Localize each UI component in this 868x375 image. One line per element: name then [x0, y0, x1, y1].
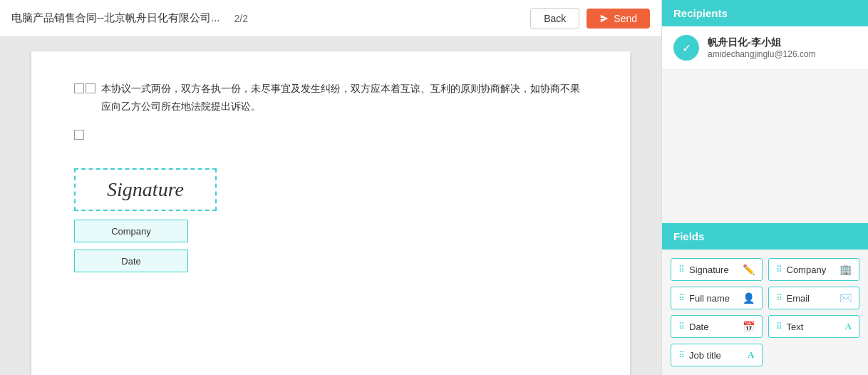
doc-paragraph-text: 本协议一式两份，双方各执一份，未尽事宜及发生纠纷，双方应本着互谅、互利的原则协商… [101, 80, 587, 115]
fields-header: Fields [662, 223, 868, 250]
field-label-text: Text [787, 322, 804, 332]
field-fullname[interactable]: ⠿ Full name 👤 [671, 287, 763, 309]
field-label-jobtitle: Job title [689, 350, 721, 361]
signature-field[interactable]: Signature [74, 168, 217, 211]
recipients-header: Recipients [662, 0, 868, 26]
field-company[interactable]: ⠿ Company 🏢 [768, 258, 860, 281]
doc-checkbox-single [74, 130, 84, 140]
top-bar: 电脑产品销售合同--北京帆舟日化有限公司... 2/2 Back Send [0, 0, 661, 37]
signature-field-text: Signature [107, 178, 184, 201]
send-button[interactable]: Send [587, 9, 650, 29]
company-type-icon: 🏢 [839, 264, 852, 275]
date-field[interactable]: Date [74, 250, 188, 272]
drag-icon-email: ⠿ [776, 294, 782, 302]
field-text[interactable]: ⠿ Text A [768, 315, 860, 338]
field-label-fullname: Full name [689, 293, 730, 304]
company-field[interactable]: Company [74, 220, 188, 242]
drag-icon-text: ⠿ [776, 322, 782, 331]
date-type-icon: 📅 [743, 321, 755, 332]
back-button[interactable]: Back [530, 8, 579, 29]
fields-section: Fields ⠿ Signature ✏️ ⠿ Company 🏢 [662, 223, 868, 375]
doc-text-row: 本协议一式两份，双方各执一份，未尽事宜及发生纠纷，双方应本着互谅、互利的原则协商… [74, 80, 587, 115]
sidebar-spacer [662, 70, 868, 223]
recipient-item: ✓ 帆舟日化-李小姐 amidechangjinglu@126.com [662, 26, 868, 70]
recipient-avatar: ✓ [673, 35, 699, 61]
field-label-signature: Signature [689, 264, 729, 275]
company-field-text: Company [111, 226, 151, 237]
top-bar-right: Back Send [530, 8, 650, 29]
drag-icon-jobtitle: ⠿ [678, 351, 685, 359]
fullname-type-icon: 👤 [743, 292, 755, 304]
recipients-section: Recipients ✓ 帆舟日化-李小姐 amidechangjinglu@1… [662, 0, 868, 70]
page-indicator: 2/2 [234, 13, 248, 24]
top-bar-left: 电脑产品销售合同--北京帆舟日化有限公司... 2/2 [11, 11, 248, 25]
doc-area: 本协议一式两份，双方各执一份，未尽事宜及发生纠纷，双方应本着互谅、互利的原则协商… [0, 37, 661, 375]
drag-icon-date: ⠿ [678, 322, 685, 331]
date-field-text: Date [121, 256, 140, 267]
email-type-icon: ✉️ [839, 292, 852, 304]
jobtitle-type-icon: A [748, 349, 754, 361]
doc-page: 本协议一式两份，双方各执一份，未尽事宜及发生纠纷，双方应本着互谅、互利的原则协商… [31, 51, 630, 375]
drag-icon-company: ⠿ [776, 265, 782, 274]
sidebar: Recipients ✓ 帆舟日化-李小姐 amidechangjinglu@1… [661, 0, 868, 375]
field-signature[interactable]: ⠿ Signature ✏️ [671, 258, 763, 281]
recipient-check-icon: ✓ [682, 41, 691, 55]
field-date[interactable]: ⠿ Date 📅 [671, 315, 763, 338]
field-label-date: Date [689, 322, 708, 332]
drag-icon-fullname: ⠿ [678, 294, 685, 302]
doc-checkbox-1 [74, 83, 84, 93]
field-jobtitle[interactable]: ⠿ Job title A [671, 344, 763, 366]
signature-type-icon: ✏️ [743, 264, 755, 275]
fields-grid: ⠿ Signature ✏️ ⠿ Company 🏢 ⠿ Full name [662, 250, 868, 375]
doc-paragraph-block: 本协议一式两份，双方各执一份，未尽事宜及发生纠纷，双方应本着互谅、互利的原则协商… [74, 80, 587, 115]
drag-icon-signature: ⠿ [678, 265, 685, 274]
field-email[interactable]: ⠿ Email ✉️ [768, 287, 860, 309]
recipient-email: amidechangjinglu@126.com [708, 49, 816, 59]
recipient-info: 帆舟日化-李小姐 amidechangjinglu@126.com [708, 36, 816, 59]
text-type-icon: A [845, 321, 852, 332]
doc-title: 电脑产品销售合同--北京帆舟日化有限公司... [11, 11, 220, 25]
send-icon [599, 14, 609, 24]
field-label-email: Email [787, 293, 810, 304]
doc-checkbox-2 [86, 83, 95, 93]
recipient-name: 帆舟日化-李小姐 [708, 36, 816, 49]
field-label-company: Company [787, 264, 827, 275]
